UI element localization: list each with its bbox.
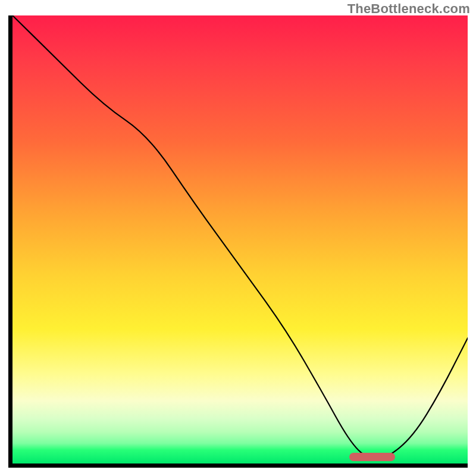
watermark-text: TheBottleneck.com — [347, 1, 470, 17]
chart-container: TheBottleneck.com — [0, 0, 476, 476]
curve-path — [12, 15, 468, 459]
bottleneck-curve — [12, 15, 468, 464]
optimal-range-marker — [349, 453, 395, 461]
plot-area — [8, 15, 468, 468]
